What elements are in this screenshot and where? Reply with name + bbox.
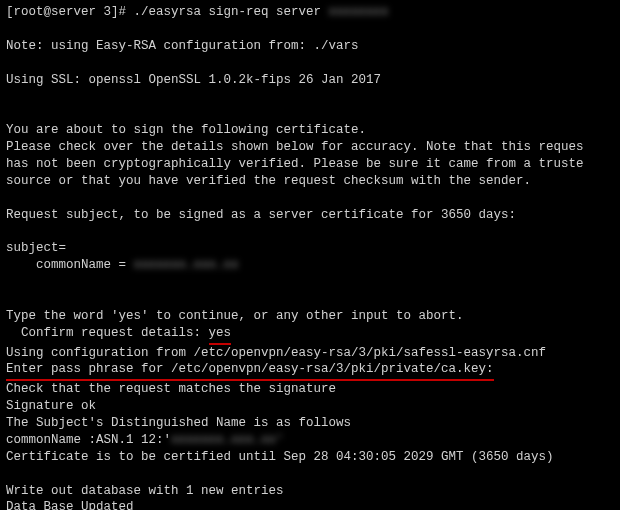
subject-eq-line: subject=	[6, 240, 614, 257]
blank-line	[6, 55, 614, 72]
terminal-output: [root@server 3]# ./easyrsa sign-req serv…	[6, 4, 614, 21]
blank-line	[6, 21, 614, 38]
not-verified-line: has not been cryptographically verified.…	[6, 156, 614, 173]
db-updated-line: Data Base Updated	[6, 499, 614, 510]
request-subject-line: Request subject, to be signed as a serve…	[6, 207, 614, 224]
blank-line	[6, 105, 614, 122]
dn-follows-line: The Subject's Distinguished Name is as f…	[6, 415, 614, 432]
check-sig-line: Check that the request matches the signa…	[6, 381, 614, 398]
type-yes-line: Type the word 'yes' to continue, or any …	[6, 308, 614, 325]
blank-line	[6, 223, 614, 240]
common-name-line: commonName = xxxxxxx.xxx.xx	[6, 257, 614, 274]
blank-line	[6, 88, 614, 105]
cn-asn-line: commonName :ASN.1 12:'xxxxxxx.xxx.xx'	[6, 432, 614, 449]
confirm-value: yes	[209, 325, 232, 345]
using-config-line: Using configuration from /etc/openvpn/ea…	[6, 345, 614, 362]
passphrase-text: Enter pass phrase for /etc/openvpn/easy-…	[6, 361, 494, 381]
confirm-label: Confirm request details:	[21, 326, 209, 340]
blank-line	[6, 274, 614, 291]
cn-asn-label: commonName :ASN.1 12:'	[6, 433, 171, 447]
shell-prompt: [root@server 3]# ./easyrsa sign-req serv…	[6, 5, 329, 19]
confirm-line: Confirm request details: yes	[6, 325, 614, 345]
blank-line	[6, 190, 614, 207]
blank-line	[6, 466, 614, 483]
cn-asn-value: xxxxxxx.xxx.xx'	[171, 433, 284, 447]
source-line: source or that you have verified the req…	[6, 173, 614, 190]
sig-ok-line: Signature ok	[6, 398, 614, 415]
prompt-argument: xxxxxxxx	[329, 5, 389, 19]
cert-until-line: Certificate is to be certified until Sep…	[6, 449, 614, 466]
note-line: Note: using Easy-RSA configuration from:…	[6, 38, 614, 55]
ssl-line: Using SSL: openssl OpenSSL 1.0.2k-fips 2…	[6, 72, 614, 89]
blank-line	[6, 291, 614, 308]
passphrase-line: Enter pass phrase for /etc/openvpn/easy-…	[6, 361, 614, 381]
common-name-value: xxxxxxx.xxx.xx	[134, 258, 239, 272]
common-name-label: commonName =	[36, 258, 134, 272]
write-db-line: Write out database with 1 new entries	[6, 483, 614, 500]
about-sign-line: You are about to sign the following cert…	[6, 122, 614, 139]
check-details-line: Please check over the details shown belo…	[6, 139, 614, 156]
